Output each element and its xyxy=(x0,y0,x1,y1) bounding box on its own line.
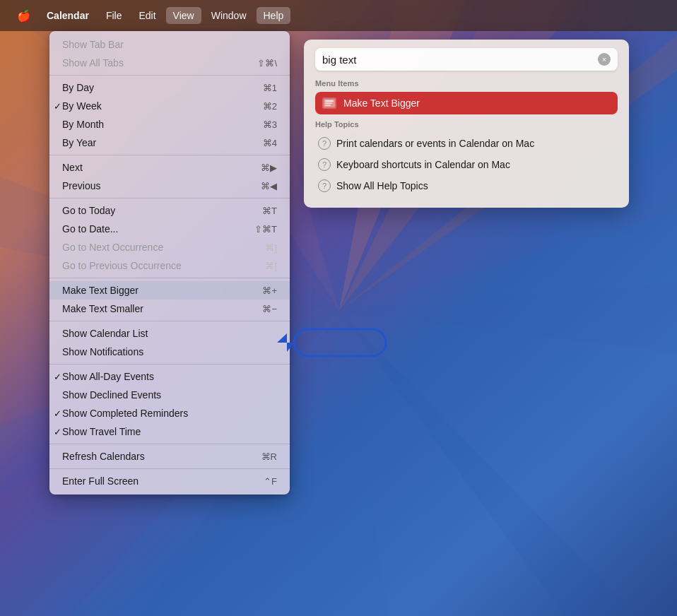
make-text-bigger-label: Make Text Bigger xyxy=(62,285,139,296)
go-next-occ-shortcut: ⌘] xyxy=(265,242,277,253)
help-topic-icon-2: ? xyxy=(318,179,331,192)
menubar: 🍎 Calendar File Edit View Window Help xyxy=(0,0,677,31)
menu-item-go-prev-occurrence[interactable]: Go to Previous Occurrence ⌘[ xyxy=(49,256,290,275)
show-completed-label: Show Completed Reminders xyxy=(62,408,188,419)
show-calendar-list-label: Show Calendar List xyxy=(62,328,148,339)
menubar-file[interactable]: File xyxy=(99,7,129,24)
menu-item-show-all-day[interactable]: ✓ Show All-Day Events xyxy=(49,367,290,386)
menu-item-show-tab-bar[interactable]: Show Tab Bar xyxy=(49,35,290,54)
show-all-day-label: Show All-Day Events xyxy=(62,371,154,382)
show-travel-label: Show Travel Time xyxy=(62,426,141,437)
search-clear-button[interactable]: × xyxy=(598,53,611,66)
separator-8 xyxy=(49,468,290,469)
previous-label: Previous xyxy=(62,180,100,191)
svg-rect-16 xyxy=(325,105,331,106)
menu-item-show-declined[interactable]: Show Declined Events xyxy=(49,386,290,404)
menu-result-icon xyxy=(322,97,336,109)
help-topics-section-title: Help Topics xyxy=(315,120,618,129)
by-week-check: ✓ xyxy=(54,101,61,112)
search-input[interactable] xyxy=(322,54,598,66)
menu-item-go-next-occurrence[interactable]: Go to Next Occurrence ⌘] xyxy=(49,238,290,256)
menu-item-make-text-bigger[interactable]: Make Text Bigger ⌘+ xyxy=(49,281,290,300)
make-text-smaller-label: Make Text Smaller xyxy=(62,303,143,314)
menu-item-by-year[interactable]: By Year ⌘4 xyxy=(49,134,290,152)
help-topic-label-2: Show All Help Topics xyxy=(336,180,428,191)
enter-full-screen-label: Enter Full Screen xyxy=(62,475,139,487)
by-day-label: By Day xyxy=(62,82,94,93)
menu-item-go-date[interactable]: Go to Date... ⇧⌘T xyxy=(49,220,290,238)
show-declined-label: Show Declined Events xyxy=(62,389,161,401)
refresh-calendars-shortcut: ⌘R xyxy=(261,451,277,462)
view-dropdown-menu: Show Tab Bar Show All Tabs ⇧⌘\ By Day ⌘1… xyxy=(49,31,290,494)
menu-item-show-notifications[interactable]: Show Notifications xyxy=(49,343,290,361)
help-search-popup: × Menu Items Make Text Bigger Help Topic… xyxy=(304,40,629,208)
show-travel-check: ✓ xyxy=(54,427,61,437)
go-date-label: Go to Date... xyxy=(62,223,118,235)
menu-item-enter-full-screen[interactable]: Enter Full Screen ⌃F xyxy=(49,472,290,490)
next-label: Next xyxy=(62,162,83,173)
go-next-occ-label: Go to Next Occurrence xyxy=(62,242,163,253)
show-all-tabs-shortcut: ⇧⌘\ xyxy=(257,58,277,69)
help-topic-label-1: Keyboard shortcuts in Calendar on Mac xyxy=(336,159,510,170)
show-notifications-label: Show Notifications xyxy=(62,346,143,357)
search-bar: × xyxy=(315,48,618,71)
menubar-help[interactable]: Help xyxy=(257,7,291,24)
by-year-label: By Year xyxy=(62,137,96,148)
by-month-shortcut: ⌘3 xyxy=(263,119,277,130)
help-topic-keyboard[interactable]: ? Keyboard shortcuts in Calendar on Mac xyxy=(315,154,618,175)
menu-items-section-title: Menu Items xyxy=(315,79,618,88)
svg-rect-14 xyxy=(325,100,334,102)
by-week-label: By Week xyxy=(62,100,102,112)
separator-4 xyxy=(49,278,290,278)
go-today-label: Go to Today xyxy=(62,205,115,216)
menubar-edit[interactable]: Edit xyxy=(131,7,163,24)
enter-full-screen-shortcut: ⌃F xyxy=(264,476,277,487)
help-make-text-bigger-result[interactable]: Make Text Bigger xyxy=(315,92,618,114)
menu-item-show-travel[interactable]: ✓ Show Travel Time xyxy=(49,422,290,441)
previous-shortcut: ⌘◀ xyxy=(261,181,277,191)
help-topic-icon-1: ? xyxy=(318,158,331,171)
separator-7 xyxy=(49,444,290,444)
apple-menu[interactable]: 🍎 xyxy=(11,6,37,25)
menu-item-previous[interactable]: Previous ⌘◀ xyxy=(49,177,290,195)
help-topic-label-0: Print calendars or events in Calendar on… xyxy=(336,138,534,149)
menu-item-show-completed[interactable]: ✓ Show Completed Reminders xyxy=(49,404,290,422)
menu-item-show-all-tabs[interactable]: Show All Tabs ⇧⌘\ xyxy=(49,54,290,72)
separator-5 xyxy=(49,321,290,321)
next-shortcut: ⌘▶ xyxy=(261,162,277,173)
menubar-view[interactable]: View xyxy=(166,7,201,24)
separator-1 xyxy=(49,75,290,76)
separator-6 xyxy=(49,364,290,365)
by-day-shortcut: ⌘1 xyxy=(263,83,277,93)
by-week-shortcut: ⌘2 xyxy=(263,101,277,112)
menu-item-by-month[interactable]: By Month ⌘3 xyxy=(49,115,290,134)
go-date-shortcut: ⇧⌘T xyxy=(254,224,277,235)
help-topic-all[interactable]: ? Show All Help Topics xyxy=(315,175,618,196)
menu-item-show-calendar-list[interactable]: Show Calendar List xyxy=(49,324,290,343)
by-year-shortcut: ⌘4 xyxy=(263,138,277,148)
go-prev-occ-shortcut: ⌘[ xyxy=(265,261,277,271)
help-topic-print[interactable]: ? Print calendars or events in Calendar … xyxy=(315,133,618,154)
help-make-text-bigger-label: Make Text Bigger xyxy=(343,97,420,109)
make-text-smaller-shortcut: ⌘− xyxy=(262,304,277,314)
show-tab-bar-label: Show Tab Bar xyxy=(62,39,124,50)
show-all-tabs-label: Show All Tabs xyxy=(62,57,124,69)
help-topic-icon-0: ? xyxy=(318,137,331,150)
separator-2 xyxy=(49,155,290,155)
make-text-bigger-shortcut: ⌘+ xyxy=(262,285,277,296)
svg-rect-15 xyxy=(325,102,332,104)
show-completed-check: ✓ xyxy=(54,408,61,419)
show-all-day-check: ✓ xyxy=(54,372,61,382)
menu-item-next[interactable]: Next ⌘▶ xyxy=(49,158,290,177)
menu-item-by-week[interactable]: ✓ By Week ⌘2 xyxy=(49,97,290,115)
menu-item-refresh-calendars[interactable]: Refresh Calendars ⌘R xyxy=(49,447,290,466)
by-month-label: By Month xyxy=(62,119,104,130)
menubar-window[interactable]: Window xyxy=(204,7,254,24)
menu-item-go-today[interactable]: Go to Today ⌘T xyxy=(49,201,290,220)
go-prev-occ-label: Go to Previous Occurrence xyxy=(62,260,182,271)
separator-3 xyxy=(49,198,290,199)
menu-item-by-day[interactable]: By Day ⌘1 xyxy=(49,78,290,97)
go-today-shortcut: ⌘T xyxy=(262,206,277,216)
menu-item-make-text-smaller[interactable]: Make Text Smaller ⌘− xyxy=(49,300,290,318)
menubar-calendar[interactable]: Calendar xyxy=(40,7,96,24)
